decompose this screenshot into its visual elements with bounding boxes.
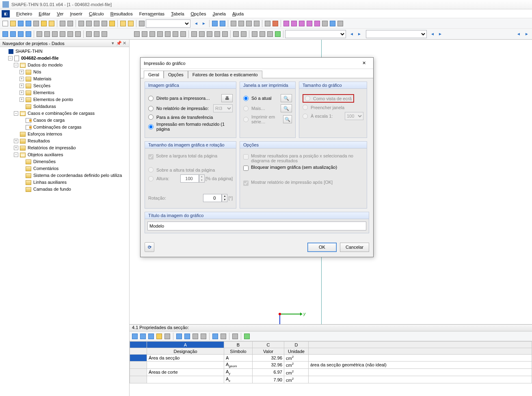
tt-e-icon[interactable] [164,333,171,340]
tt-i-icon[interactable] [200,333,207,340]
tt-b-icon[interactable] [139,333,147,340]
tb-d1-icon[interactable] [283,20,290,27]
cell-note[interactable] [309,368,532,376]
expand-icon[interactable]: + [14,146,18,150]
row-head[interactable] [130,376,147,383]
cell-unit[interactable]: cm2 [284,376,309,383]
expand-icon[interactable]: + [19,84,24,88]
tree-esforcos[interactable]: Esforços internos [28,131,62,138]
tb2-v1-icon[interactable] [251,30,258,38]
cell-sym[interactable]: Ageom [224,361,253,368]
tree-root[interactable]: SHAPE-THIN [15,48,43,55]
tb-a2-icon[interactable] [219,20,226,27]
tb2-c-icon[interactable] [17,30,24,38]
tb2-s2-icon[interactable] [141,30,148,38]
tb-redo-icon[interactable] [67,20,74,27]
tree-camadas[interactable]: Camadas de fundo [33,186,71,193]
tb2-u2-icon[interactable] [240,30,247,38]
tb-d7-icon[interactable] [329,20,336,27]
menu-editar[interactable]: Editar [35,11,54,17]
expand-icon[interactable]: − [14,153,18,157]
tb-d8-icon[interactable] [337,20,344,27]
tb-saveas-icon[interactable] [25,20,32,27]
tb-a1-icon[interactable] [211,20,218,27]
expand-icon[interactable]: + [19,70,24,74]
col-C[interactable]: C [253,342,284,348]
tb-save-icon[interactable] [17,20,24,27]
help-icon[interactable]: ⟳ [145,242,154,252]
tree-casos-carga[interactable]: Casos de carga [33,117,65,124]
radio-area-transferencia[interactable] [148,114,154,120]
radio-formato-reduzido[interactable] [148,124,154,129]
tb2-d-icon[interactable] [25,30,32,38]
tb2-s5-icon[interactable] [164,30,171,38]
radio-so-atual[interactable] [243,96,249,101]
tb2-navL-icon[interactable] [515,30,522,38]
col-A[interactable]: A [147,342,224,348]
tree-objetos-aux[interactable]: Objetos auxiliares [28,151,63,158]
dialog-close-icon[interactable]: ✕ [358,59,370,67]
tb-b1-icon[interactable] [230,20,237,27]
tb-undo-icon[interactable] [59,20,66,27]
tb-d3-icon[interactable] [298,20,305,27]
expand-icon[interactable]: + [19,77,24,81]
tb-grid2-icon[interactable] [127,20,134,27]
row-head[interactable] [130,355,147,362]
cancel-button[interactable]: Cancelar [340,243,369,252]
tree-comb-cargas[interactable]: Combinações de cargas [33,124,82,131]
tb2-m-icon[interactable] [101,30,108,38]
cell-des[interactable]: Área da secção [147,355,224,362]
tb-win-icon[interactable] [108,20,116,27]
dialog-title-bar[interactable]: Impressão do gráfico ✕ [141,58,373,69]
menu-calculo[interactable]: Cálculo [86,11,107,17]
tb-c2-icon[interactable] [272,20,279,27]
table-grid[interactable]: A B C D Designação Símbolo Valor Unidade [130,341,532,396]
panel-pin-icon[interactable]: 📌 [116,41,121,46]
cell-note[interactable] [309,355,532,362]
select-relatorio[interactable]: RI3 [213,104,233,112]
tab-fatores[interactable]: Fatores de bordas e esticamento [188,71,262,78]
expand-icon[interactable]: + [19,90,24,95]
row-head[interactable] [130,361,147,368]
tb-b2-icon[interactable] [238,20,245,27]
tb-calc-icon[interactable] [138,20,145,27]
tb2-next2-icon[interactable] [437,30,444,38]
tree-dimensoes[interactable]: Dimensões [33,158,56,165]
tree-linhas-aux[interactable]: Linhas auxiliares [33,179,67,186]
tb2-h-icon[interactable] [59,30,66,38]
tree-model-data[interactable]: Dados do modelo [28,62,63,69]
tb-prev-icon[interactable] [192,20,200,27]
tree-resultados[interactable]: Resultados [28,138,50,144]
expand-icon[interactable]: + [19,97,24,102]
input-titulo[interactable] [147,222,366,230]
menu-resultados[interactable]: Resultados [107,11,136,17]
tt-j-icon[interactable] [212,333,219,340]
cell-val[interactable]: 32.96 [253,355,284,362]
menu-tabela[interactable]: Tabela [168,11,187,17]
tb2-s4-icon[interactable] [156,30,164,38]
tb2-u1-icon[interactable] [232,30,240,38]
tb2-prev-icon[interactable] [348,30,355,38]
tree-sistema-coord[interactable]: Sistema de coordenadas definido pelo uti… [33,172,122,179]
row-head[interactable] [130,368,147,376]
cell-val[interactable]: 32.96 [253,361,284,368]
cell-note[interactable] [309,376,532,383]
tb-new-icon[interactable] [2,20,9,27]
tb2-s3-icon[interactable] [149,30,156,38]
tree-casos-comb[interactable]: Casos e combinações de cargass [28,110,95,117]
tree-elementos-ponto[interactable]: Elementos de ponto [33,96,73,103]
tt-c-icon[interactable] [147,333,155,340]
col-B[interactable]: B [224,342,253,348]
tb2-s1-icon[interactable] [133,30,141,38]
radio-direto-impressora[interactable] [148,96,154,101]
tb2-l-icon[interactable] [93,30,100,38]
col-D[interactable]: D [284,342,309,348]
expand-icon[interactable]: − [14,63,18,67]
tb-pan-icon[interactable] [93,20,100,27]
navigator-tree[interactable]: SHAPE-THIN −004682-model-file −Dados do … [0,47,129,396]
tt-excel-icon[interactable] [243,333,251,340]
panel-menu-icon[interactable]: ▾ [110,41,115,46]
cell-des[interactable]: Áreas de corte [147,368,224,376]
cell-note[interactable]: área da secção geométrica (não ideal) [309,361,532,368]
tb2-next-icon[interactable] [356,30,363,38]
